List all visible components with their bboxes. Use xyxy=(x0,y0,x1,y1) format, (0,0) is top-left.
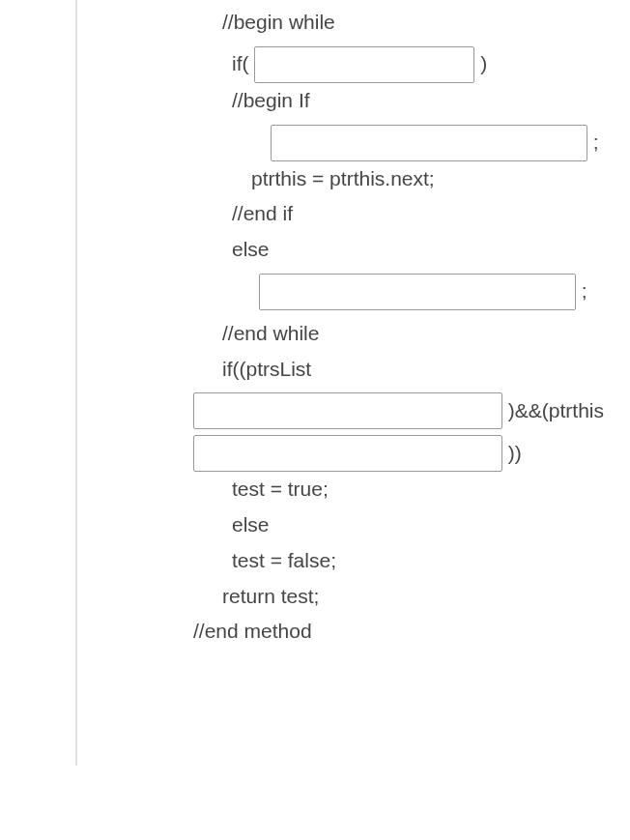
close-double-paren: )) xyxy=(502,436,522,472)
code-line: test = true; xyxy=(193,472,630,507)
comment-end-if: //end if xyxy=(232,196,293,232)
keyword-else: else xyxy=(232,232,270,268)
code-line: )&&(ptrthis xyxy=(193,392,630,429)
code-line: if((ptrsList xyxy=(193,352,630,388)
code-line: //end method xyxy=(193,614,630,650)
close-paren: ) xyxy=(474,46,487,82)
blank-cond-2[interactable] xyxy=(193,435,502,472)
code-snippet: //begin while if( ) //begin If ; ptrthis… xyxy=(75,0,630,766)
and-ptrthis: )&&(ptrthis xyxy=(502,393,604,429)
code-line: //begin while xyxy=(193,5,630,41)
blank-cond-1[interactable] xyxy=(193,392,502,429)
semicolon: ; xyxy=(587,125,599,160)
code-line: //end if xyxy=(193,196,630,232)
code-line: test = false; xyxy=(193,543,630,579)
ptr-assignment: ptrthis = ptrthis.next; xyxy=(251,161,435,197)
code-line: )) xyxy=(193,435,630,472)
comment-end-method: //end method xyxy=(193,614,312,650)
blank-if-body-1[interactable] xyxy=(271,125,587,161)
blank-else-body[interactable] xyxy=(259,274,576,310)
semicolon: ; xyxy=(576,274,587,309)
code-line: //end while xyxy=(193,316,630,352)
code-line: return test; xyxy=(193,579,630,615)
comment-end-while: //end while xyxy=(222,316,319,352)
code-line: ; xyxy=(193,274,630,310)
test-false: test = false; xyxy=(232,543,336,579)
blank-if-condition[interactable] xyxy=(254,46,474,83)
keyword-if: if( xyxy=(232,46,254,82)
test-true: test = true; xyxy=(232,472,329,507)
code-line: ; xyxy=(193,125,630,161)
comment-begin-if: //begin If xyxy=(232,83,310,119)
code-line: if( ) xyxy=(193,46,630,83)
code-line: ptrthis = ptrthis.next; xyxy=(193,161,630,197)
if-ptrslist: if((ptrsList xyxy=(222,352,311,388)
code-line: else xyxy=(193,232,630,268)
return-test: return test; xyxy=(222,579,319,615)
code-line: //begin If xyxy=(193,83,630,119)
code-line: else xyxy=(193,507,630,543)
comment-begin-while: //begin while xyxy=(222,5,335,41)
keyword-else: else xyxy=(232,507,270,543)
